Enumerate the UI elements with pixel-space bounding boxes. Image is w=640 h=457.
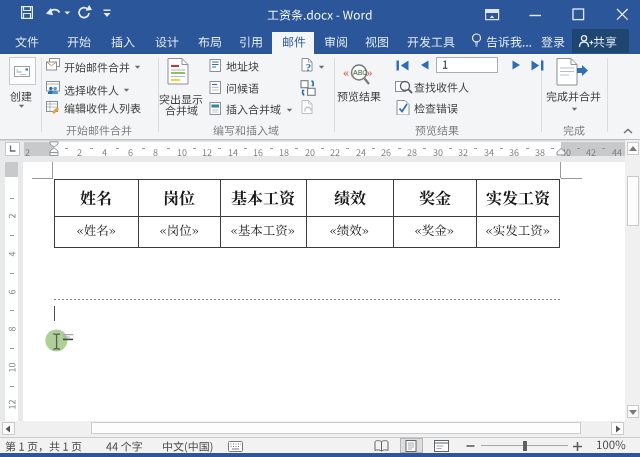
svg-text:?: ? [306,61,312,72]
svg-text:»: » [367,65,373,79]
svg-text:«: « [343,65,349,79]
svg-text:ABC: ABC [353,69,367,76]
